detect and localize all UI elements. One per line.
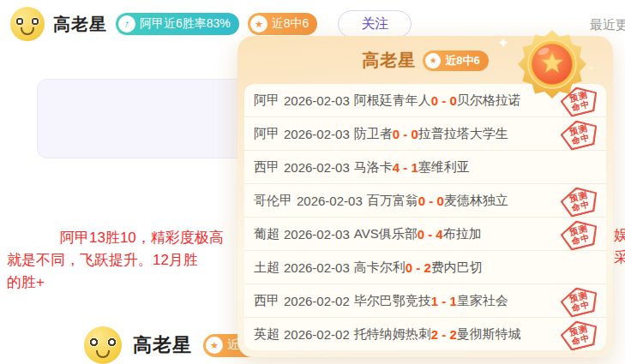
match-date: 2026-02-03	[284, 227, 350, 242]
match-score: 4 - 1	[393, 160, 418, 175]
avatar-smile	[96, 350, 110, 358]
star-icon: ★	[250, 15, 267, 33]
match-date: 2026-02-02	[284, 327, 350, 342]
popup-title: 高老星	[362, 49, 416, 72]
hits-badge-label: 近8中6	[272, 16, 309, 32]
match-home-team: 防卫者	[354, 126, 393, 142]
match-away-team: 贝尔格拉诺	[457, 92, 521, 109]
sparkle-icon: ✦	[598, 137, 608, 150]
match-away-team: 布拉加	[443, 226, 482, 242]
sparkle-icon: ✦	[497, 34, 509, 52]
avatar-eye	[15, 17, 24, 26]
win-rate-badge: ↑ 阿甲近6胜率83%	[116, 13, 239, 35]
hits-badge: ★ 近8中6	[423, 51, 488, 71]
article-line: 阿甲13胜10，精彩度极高	[7, 227, 273, 249]
match-away-team: 拉普拉塔大学生	[418, 126, 508, 142]
match-league: 西甲	[254, 159, 279, 176]
hits-badge-label: 近8中6	[445, 53, 479, 69]
match-date: 2026-02-03	[284, 160, 350, 175]
sparkle-icon: ✦	[588, 63, 595, 73]
match-date: 2026-02-02	[284, 294, 350, 308]
match-score: 2 - 2	[431, 327, 457, 342]
match-row[interactable]: 葡超 2026-02-03 AVS俱乐部 0 - 4 布拉加 预测命中	[244, 218, 606, 251]
match-home-team: 托特纳姆热刺	[354, 326, 431, 343]
match-league: 土超	[254, 260, 279, 276]
match-home-team: 马洛卡	[354, 159, 393, 176]
match-row[interactable]: 哥伦甲 2026-02-03 百万富翁 0 - 0 麦德林独立 预测命中	[244, 184, 606, 218]
match-league: 哥伦甲	[254, 193, 292, 209]
match-date: 2026-02-03	[284, 260, 350, 275]
hits-badge: ★ 近8中6	[248, 13, 318, 35]
prediction-hit-stamp-icon: 预测命中	[558, 283, 602, 319]
recent-update-label: 最近更新	[590, 17, 625, 33]
match-away-team: 费内巴切	[431, 260, 483, 276]
trend-up-icon: ↑	[118, 15, 135, 33]
match-home-team: AVS俱乐部	[354, 226, 418, 242]
match-row[interactable]: 阿甲 2026-02-03 防卫者 0 - 0 拉普拉塔大学生 预测命中	[244, 117, 606, 151]
match-row[interactable]: 西甲 2026-02-03 马洛卡 4 - 1 塞维利亚 预测命中	[244, 151, 606, 184]
star-icon: ★	[206, 337, 223, 354]
article-text: 阿甲13胜10，精彩度极高 就是不同，飞跃提升。12月胜 的胜+	[7, 227, 273, 294]
match-score: 0 - 4	[418, 227, 443, 242]
clipped-text-fragment: 采	[614, 248, 625, 267]
match-date: 2026-02-03	[297, 194, 363, 208]
match-away-team: 麦德林独立	[444, 193, 508, 209]
win-rate-badge-label: 阿甲近6胜率83%	[140, 16, 231, 32]
user-avatar[interactable]	[10, 7, 45, 41]
match-league: 葡超	[254, 226, 279, 242]
match-home-team: 毕尔巴鄂竞技	[354, 293, 431, 309]
match-row[interactable]: 西甲 2026-02-02 毕尔巴鄂竞技 1 - 1 皇家社会 预测命中	[244, 284, 606, 318]
match-row[interactable]: 英超 2026-02-02 托特纳姆热刺 2 - 2 曼彻斯特城 预测命中	[244, 318, 606, 350]
gold-medal-icon	[517, 29, 587, 99]
prediction-hit-stamp-icon: 预测命中	[558, 216, 602, 253]
clipped-text-fragment: 娱	[614, 225, 625, 245]
match-score: 0 - 0	[431, 93, 457, 108]
avatar-eye	[31, 17, 39, 26]
match-score: 0 - 0	[418, 194, 444, 208]
match-away-team: 皇家社会	[457, 293, 508, 309]
prediction-hit-stamp-icon: 预测命中	[558, 316, 602, 350]
match-away-team: 曼彻斯特城	[457, 326, 521, 343]
match-league: 英超	[254, 326, 279, 343]
match-league: 阿甲	[254, 92, 279, 109]
match-score: 0 - 2	[406, 260, 431, 275]
follow-button[interactable]: 关注	[338, 10, 412, 38]
match-score: 1 - 1	[431, 294, 457, 308]
article-line: 的胜+	[7, 272, 273, 294]
match-list: 阿甲 2026-02-03 阿根廷青年人 0 - 0 贝尔格拉诺 预测命中 阿甲…	[244, 84, 606, 350]
star-icon: ★	[425, 53, 441, 69]
match-date: 2026-02-03	[284, 93, 350, 108]
match-home-team: 阿根廷青年人	[354, 92, 431, 109]
prediction-record-popup: ✦ ✦ ✦ 高老星 ★ 近8中6 阿甲 2026-02-03 阿根廷青年人 0 …	[237, 36, 613, 357]
article-line: 就是不同，飞跃提升。12月胜	[7, 249, 273, 272]
prediction-hit-stamp-icon: 预测命中	[558, 116, 602, 152]
user-avatar[interactable]	[84, 326, 122, 364]
user-name[interactable]: 高老星	[53, 13, 107, 36]
match-date: 2026-02-03	[284, 127, 350, 141]
user-name[interactable]: 高老星	[133, 332, 192, 358]
match-league: 阿甲	[254, 126, 279, 142]
match-score: 0 - 0	[393, 127, 418, 141]
match-league: 西甲	[254, 293, 279, 309]
match-away-team: 塞维利亚	[418, 159, 470, 176]
match-row[interactable]: 土超 2026-02-03 高卡尔利 0 - 2 费内巴切 预测命中	[244, 251, 606, 284]
prediction-hit-stamp-icon: 预测命中	[558, 182, 602, 219]
avatar-eye	[107, 337, 117, 347]
avatar-eye	[89, 337, 99, 347]
match-home-team: 百万富翁	[367, 193, 418, 209]
avatar-smile	[21, 27, 34, 35]
match-home-team: 高卡尔利	[354, 260, 406, 276]
